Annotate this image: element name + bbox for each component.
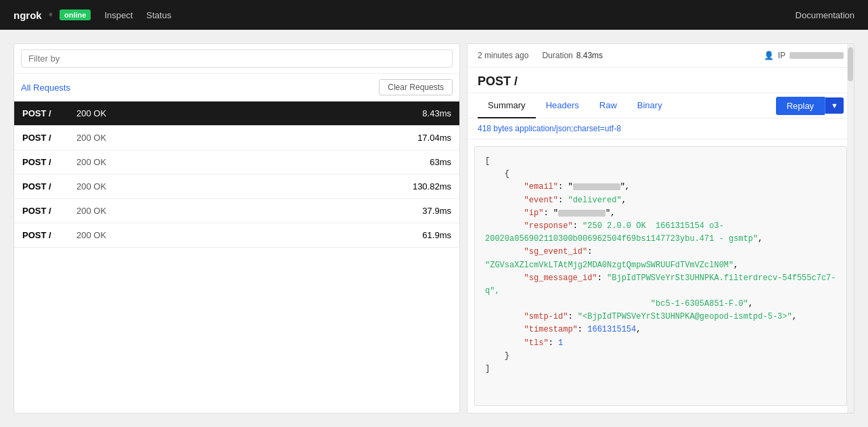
json-smtp-id-key: "smtp-id" [524, 312, 568, 321]
request-status: 200 OK [76, 157, 430, 167]
json-response-key: "response" [524, 221, 573, 231]
json-obj-close: } [505, 351, 509, 361]
request-time: 37.9ms [422, 206, 451, 216]
request-meta-header: 2 minutes ago Duration 8.43ms 👤 IP [467, 44, 854, 68]
ip-section: 👤 IP [764, 51, 844, 60]
table-row[interactable]: POST / 200 OK 17.04ms [14, 126, 459, 150]
json-email-key: "email" [524, 182, 558, 192]
request-status: 200 OK [76, 206, 422, 216]
time-ago: 2 minutes ago [478, 51, 528, 60]
json-bracket-open: [ [485, 156, 490, 166]
request-status: 200 OK [76, 230, 422, 240]
replay-button[interactable]: Replay [776, 97, 825, 115]
request-status: 200 OK [76, 108, 422, 118]
json-tls-value: 1 [558, 338, 563, 348]
clear-requests-button[interactable]: Clear Requests [379, 79, 453, 95]
request-time: 130.82ms [413, 181, 451, 192]
table-row[interactable]: POST / 200 OK 63ms [14, 150, 459, 175]
filter-bar [14, 44, 459, 74]
request-time: 17.04ms [417, 133, 451, 143]
ip-value-blurred [790, 52, 844, 59]
duration-label: Duration [542, 51, 572, 60]
nav-inspect-link[interactable]: Inspect [104, 10, 133, 20]
topnav: ngrok • online Inspect Status Documentat… [0, 0, 868, 30]
tab-raw[interactable]: Raw [589, 93, 627, 118]
json-ip-key: "ip" [524, 208, 544, 218]
requests-header: All Requests Clear Requests [14, 74, 459, 102]
request-status: 200 OK [76, 133, 417, 143]
request-time: 8.43ms [422, 108, 451, 118]
tab-headers[interactable]: Headers [536, 93, 589, 118]
json-sg-event-id-key: "sg_event_id" [524, 247, 588, 256]
json-sg-event-id-value: "ZGVsaXZlcmVkLTAtMjg2MDA0NzgtQmpwSWRUUFd… [485, 261, 733, 270]
tab-summary[interactable]: Summary [478, 93, 536, 118]
right-scrollbar[interactable] [847, 44, 854, 413]
tabs-row: Summary Headers Raw Binary Replay ▼ [467, 93, 854, 118]
request-method: POST / [22, 133, 76, 143]
status-badge: online [60, 9, 91, 20]
right-panel: 2 minutes ago Duration 8.43ms 👤 IP POST … [467, 43, 854, 413]
main-container: All Requests Clear Requests POST / 200 O… [0, 30, 868, 427]
json-smtp-id-value: "<BjpIdTPWSVeYrSt3UHNPKA@geopod-ismtpd-5… [578, 312, 792, 321]
replay-dropdown-button[interactable]: ▼ [825, 97, 844, 114]
table-row[interactable]: POST / 200 OK 130.82ms [14, 175, 459, 199]
person-icon: 👤 [764, 51, 774, 60]
content-type-bar: 418 bytes application/json;charset=utf-8 [467, 118, 854, 139]
table-row[interactable]: POST / 200 OK 8.43ms [14, 102, 459, 126]
json-event-key: "event" [524, 196, 558, 205]
json-tls-key: "tls" [524, 338, 549, 348]
json-obj-open: { [505, 169, 509, 179]
json-event-value: "delivered" [568, 196, 621, 205]
json-email-value-blurred [573, 183, 620, 190]
nav-documentation-link[interactable]: Documentation [796, 10, 854, 20]
request-time: 63ms [430, 157, 451, 167]
request-detail-title: POST / [467, 68, 854, 93]
requests-title: All Requests [21, 83, 70, 93]
right-scrollbar-thumb [848, 47, 853, 81]
request-method: POST / [22, 206, 76, 216]
json-bracket-close: ] [485, 364, 490, 374]
json-timestamp-key: "timestamp" [524, 325, 578, 334]
json-sg-message-id-key: "sg_message_id" [524, 273, 597, 283]
ip-label: IP [778, 51, 785, 60]
request-time: 61.9ms [422, 230, 451, 240]
request-method: POST / [22, 108, 76, 118]
requests-list: POST / 200 OK 8.43ms POST / 200 OK 17.04… [14, 102, 459, 413]
request-method: POST / [22, 157, 76, 167]
brand-name: ngrok [14, 9, 42, 21]
json-timestamp-value: 1661315154 [587, 325, 636, 334]
tab-binary[interactable]: Binary [627, 93, 672, 118]
replay-btn-group: Replay ▼ [776, 97, 844, 115]
table-row[interactable]: POST / 200 OK 37.9ms [14, 199, 459, 223]
json-ip-value-blurred [558, 210, 606, 217]
request-method: POST / [22, 181, 76, 192]
left-panel: All Requests Clear Requests POST / 200 O… [14, 43, 460, 413]
json-sg-message-id-value2: "bc5-1-6305A851-F.0" [651, 299, 748, 309]
json-viewer: [ { "email": "", "event": "delivered", "… [474, 146, 847, 406]
duration-value: 8.43ms [576, 51, 603, 60]
filter-input[interactable] [21, 49, 453, 68]
nav-dot: • [49, 8, 53, 22]
nav-status-link[interactable]: Status [146, 10, 171, 20]
request-method: POST / [22, 230, 76, 240]
table-row[interactable]: POST / 200 OK 61.9ms [14, 223, 459, 248]
request-status: 200 OK [76, 181, 413, 192]
